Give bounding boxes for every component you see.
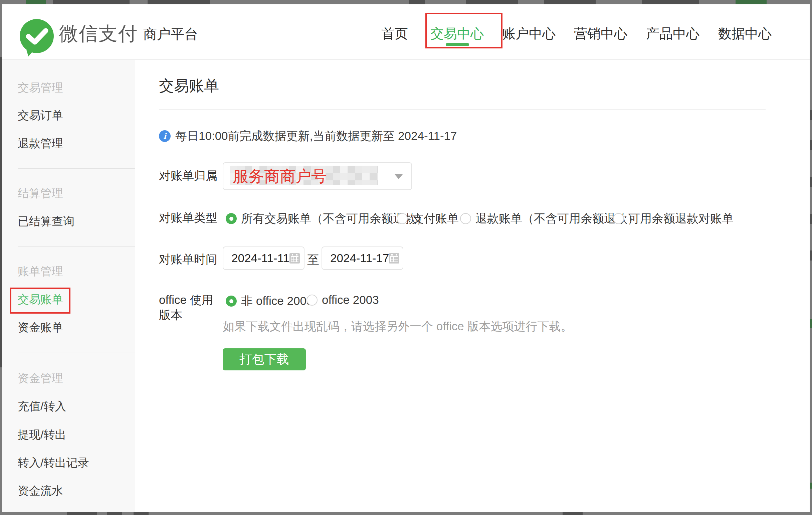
radio-available-balance-refund-bill[interactable]: 可用余额退款对账单 — [613, 211, 733, 226]
download-button[interactable]: 打包下载 — [223, 348, 306, 370]
dimmed-bg-fragment — [810, 140, 812, 150]
owner-select-value: 服务商商户号 — [233, 166, 327, 187]
dimmed-bg-fragment — [26, 0, 46, 4]
header-divider — [130, 25, 130, 40]
calendar-icon[interactable] — [389, 253, 399, 263]
active-nav-underline — [446, 43, 469, 46]
radio-unselected-icon[interactable] — [397, 213, 408, 224]
end-date-value[interactable]: 2024-11-17 — [330, 252, 389, 265]
nav-item-account-center[interactable]: 账户中心 — [502, 24, 556, 43]
sidebar-item-refund-mgmt[interactable]: 退款管理 — [18, 137, 63, 150]
sidebar-item-fund-flow[interactable]: 资金流水 — [18, 484, 63, 497]
sidebar-section-bill-mgmt: 账单管理 — [18, 264, 63, 278]
sidebar-item-withdraw-transfer-out[interactable]: 提现/转出 — [18, 428, 66, 441]
dimmed-bg-fragment — [810, 251, 812, 260]
wechat-pay-logo-icon — [19, 19, 54, 56]
sidebar-item-transfer-records[interactable]: 转入/转出记录 — [18, 456, 89, 469]
radio-office-2003[interactable]: office 2003 — [307, 293, 379, 307]
nav-item-data-center[interactable]: 数据中心 — [718, 24, 772, 43]
dimmed-bg-fragment — [735, 0, 766, 4]
nav-item-home[interactable]: 首页 — [381, 24, 408, 43]
date-range-separator: 至 — [307, 252, 319, 268]
sidebar-item-transaction-orders[interactable]: 交易订单 — [18, 109, 63, 122]
radio-non-office-2003[interactable]: 非 office 2003 — [226, 293, 313, 309]
end-date-input[interactable]: 2024-11-17 — [321, 247, 403, 270]
dimmed-bg-fragment — [562, 512, 583, 515]
dimmed-bg-fragment — [810, 483, 812, 489]
sidebar-item-fund-bill[interactable]: 资金账单 — [18, 321, 63, 334]
radio-selected-icon[interactable] — [226, 213, 237, 224]
radio-unselected-icon[interactable] — [460, 213, 471, 224]
start-date-input[interactable]: 2024-11-11 — [223, 247, 304, 270]
time-field-label: 对账单时间 — [159, 252, 218, 267]
dimmed-bg-fragment — [53, 0, 129, 4]
page-title: 交易账单 — [159, 76, 219, 96]
chevron-down-icon — [395, 174, 403, 179]
info-icon: i — [159, 130, 171, 142]
update-notice: i 每日10:00前完成数据更新,当前数据更新至 2024-11-17 — [159, 130, 457, 142]
dimmed-bg-fragment — [409, 0, 425, 4]
nav-item-transaction-center[interactable]: 交易中心 — [430, 24, 484, 43]
office-field-label: office 使用版本 — [159, 292, 218, 322]
dimmed-bg-fragment — [134, 512, 149, 515]
platform-title: 商户平台 — [143, 25, 198, 44]
radio-unselected-icon[interactable] — [613, 213, 624, 224]
sidebar: 交易管理 交易订单 退款管理 结算管理 已结算查询 账单管理 交易账单 资金账单… — [2, 60, 135, 512]
brand-title: 微信支付 — [59, 21, 138, 47]
update-notice-text: 每日10:00前完成数据更新,当前数据更新至 2024-11-17 — [175, 128, 457, 144]
nav-item-product-center[interactable]: 产品中心 — [646, 24, 699, 43]
sidebar-section-transaction-mgmt: 交易管理 — [18, 81, 63, 94]
calendar-icon[interactable] — [289, 253, 300, 263]
sidebar-item-recharge-transfer-in[interactable]: 充值/转入 — [18, 399, 66, 413]
dimmed-bg-fragment — [148, 0, 210, 4]
owner-select[interactable]: 服务商商户号 — [223, 162, 412, 190]
top-header: 微信支付 商户平台 首页 交易中心 账户中心 营销中心 产品中心 数据中心 — [2, 4, 810, 60]
title-divider — [159, 109, 765, 110]
sidebar-section-settlement-mgmt: 结算管理 — [18, 187, 63, 200]
type-field-label: 对账单类型 — [159, 210, 218, 226]
radio-refund-bill[interactable]: 退款账单（不含可用余额退款） — [460, 211, 639, 226]
office-hint-text: 如果下载文件出现乱码，请选择另外一个 office 版本选项进行下载。 — [223, 319, 572, 334]
dimmed-bg-fragment — [107, 512, 122, 515]
dimmed-bg-fragment — [642, 0, 699, 4]
sidebar-divider — [18, 352, 135, 352]
sidebar-item-transaction-bill[interactable]: 交易账单 — [18, 292, 63, 306]
dimmed-bg-fragment — [810, 177, 812, 187]
dimmed-bg-fragment — [810, 319, 812, 328]
sidebar-item-settled-query[interactable]: 已结算查询 — [18, 214, 75, 228]
radio-selected-icon[interactable] — [226, 295, 237, 307]
nav-item-marketing-center[interactable]: 营销中心 — [574, 24, 627, 43]
dimmed-bg-fragment — [466, 0, 518, 4]
dimmed-bg-fragment — [67, 512, 97, 515]
sidebar-divider — [18, 247, 135, 247]
merchant-platform-page: 微信支付 商户平台 首页 交易中心 账户中心 营销中心 产品中心 数据中心 交易… — [2, 4, 810, 512]
sidebar-divider — [18, 168, 135, 169]
radio-unselected-icon[interactable] — [307, 294, 318, 306]
sidebar-section-fund-mgmt: 资金管理 — [18, 371, 63, 385]
screenshot-root: 微信支付 商户平台 首页 交易中心 账户中心 营销中心 产品中心 数据中心 交易… — [0, 0, 812, 515]
dimmed-bg-fragment — [810, 214, 812, 224]
dimmed-bg-fragment — [544, 0, 596, 4]
dimmed-bg-fragment — [810, 110, 812, 120]
radio-payment-bill[interactable]: 支付账单 — [397, 211, 459, 226]
start-date-value[interactable]: 2024-11-11 — [231, 252, 289, 265]
owner-field-label: 对账单归属 — [159, 168, 218, 184]
main-content: 交易账单 i 每日10:00前完成数据更新,当前数据更新至 2024-11-17… — [135, 60, 810, 512]
